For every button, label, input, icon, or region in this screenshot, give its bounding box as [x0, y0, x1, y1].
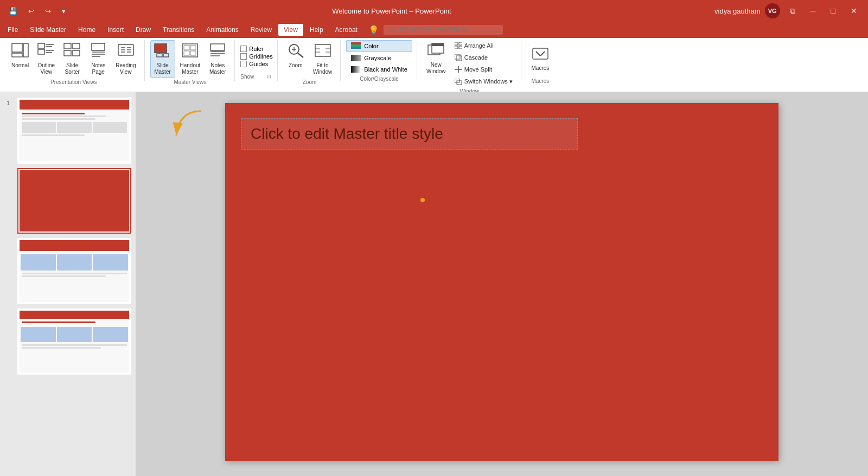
cascade-label: Cascade [464, 54, 488, 61]
zoom-label-group: Zoom [283, 79, 336, 87]
black-and-white-label: Black and White [364, 66, 407, 73]
svg-rect-50 [432, 43, 444, 46]
macros-button[interactable]: Macros [527, 40, 554, 77]
minimize-button[interactable]: ─ [805, 4, 821, 17]
svg-rect-33 [184, 51, 189, 55]
color-icon [351, 42, 361, 50]
menu-view[interactable]: View [278, 24, 303, 36]
presentation-views-label: Presentation Views [8, 79, 140, 87]
slide-thumb-container-2 [17, 168, 131, 234]
switch-windows-button[interactable]: Switch Windows ▾ [451, 76, 516, 87]
slide-thumb-container-3 [17, 238, 131, 304]
macros-label: Macros [532, 65, 550, 72]
grayscale-button[interactable]: Grayscale [346, 53, 412, 63]
reading-view-icon [117, 43, 135, 61]
color-button[interactable]: Color [346, 40, 412, 52]
menu-transitions[interactable]: Transitions [157, 24, 200, 36]
svg-rect-55 [455, 54, 460, 59]
tell-me-input[interactable] [384, 25, 503, 35]
avatar[interactable]: VG [765, 3, 780, 18]
arrow-annotation [168, 106, 212, 151]
undo-button[interactable]: ↩ [25, 6, 37, 16]
restore-button[interactable]: ⧉ [784, 4, 801, 18]
cascade-button[interactable]: Cascade [451, 52, 516, 63]
titlebar-left: 💾 ↩ ↪ ▾ [5, 6, 69, 16]
slide-thumb-container-1: 1 [17, 98, 131, 164]
zoom-icon [287, 43, 304, 61]
outline-view-button[interactable]: OutlineView [34, 40, 59, 78]
customize-qat-button[interactable]: ▾ [59, 6, 69, 16]
ruler-checkbox[interactable]: Ruler [240, 46, 272, 52]
notes-master-label: NotesMaster [209, 62, 226, 75]
zoom-group: Zoom Fit toWindow Zoom [279, 40, 341, 81]
svg-rect-0 [12, 43, 22, 52]
menu-review[interactable]: Review [245, 24, 277, 36]
reading-view-button[interactable]: ReadingView [112, 40, 139, 78]
show-group: Ruler Gridlines Guides Show ⊡ [236, 40, 277, 81]
save-button[interactable]: 💾 [5, 6, 21, 16]
menu-home[interactable]: Home [73, 24, 101, 36]
normal-view-icon [11, 43, 29, 61]
show-text: Show [240, 74, 254, 80]
guides-label: Guides [249, 61, 268, 67]
macros-group-label: Macros [527, 78, 554, 86]
guides-checkbox[interactable]: Guides [240, 61, 272, 67]
slide-sorter-button[interactable]: SlideSorter [60, 40, 85, 78]
svg-rect-10 [73, 43, 80, 49]
normal-view-label: Normal [11, 62, 29, 69]
menu-file[interactable]: File [2, 24, 23, 36]
notes-master-button[interactable]: NotesMaster [205, 40, 230, 78]
grayscale-icon [351, 55, 361, 61]
zoom-label: Zoom [289, 62, 303, 69]
gridlines-chk-box[interactable] [240, 53, 247, 60]
black-and-white-button[interactable]: Black and White [346, 64, 412, 75]
slide-canvas[interactable]: Click to edit Master title style [225, 103, 778, 461]
menu-acrobat[interactable]: Acrobat [330, 24, 363, 36]
new-window-icon [427, 43, 445, 61]
menu-slide-master[interactable]: Slide Master [24, 24, 72, 36]
zoom-button[interactable]: Zoom [283, 40, 308, 72]
fit-to-window-button[interactable]: Fit toWindow [309, 40, 336, 78]
svg-rect-43 [315, 44, 330, 56]
slide-thumb-4[interactable] [17, 308, 131, 375]
menu-insert[interactable]: Insert [102, 24, 129, 36]
fit-to-window-label: Fit toWindow [313, 62, 333, 75]
slide-sorter-label: SlideSorter [65, 62, 80, 75]
new-window-button[interactable]: NewWindow [423, 40, 450, 77]
notes-page-button[interactable]: NotesPage [86, 40, 111, 78]
maximize-button[interactable]: □ [826, 4, 841, 17]
slide-thumb-3[interactable] [17, 238, 131, 304]
master-title-box[interactable]: Click to edit Master title style [241, 118, 578, 150]
normal-view-button[interactable]: Normal [8, 40, 33, 72]
svg-line-62 [536, 52, 540, 56]
svg-rect-6 [38, 49, 44, 54]
slide-thumb-2[interactable] [17, 168, 131, 234]
window-group: NewWindow Arrange All [418, 40, 521, 81]
arrange-all-button[interactable]: Arrange All [451, 40, 516, 51]
slide-thumb-1[interactable] [17, 98, 131, 164]
close-button[interactable]: ✕ [845, 4, 863, 17]
slide-thumb-container-4 [17, 308, 131, 375]
slide-master-button[interactable]: SlideMaster [150, 40, 175, 78]
new-window-label: NewWindow [426, 62, 446, 75]
presentation-views-group: Normal OutlineView [3, 40, 145, 81]
bw-icon [351, 66, 361, 73]
menu-help[interactable]: Help [304, 24, 329, 36]
show-expand-icon[interactable]: ⊡ [265, 73, 273, 80]
arrange-all-icon [455, 42, 462, 49]
svg-rect-11 [64, 50, 71, 56]
titlebar-title: Welcome to PowerPoint – PowerPoint [332, 7, 451, 15]
gridlines-checkbox[interactable]: Gridlines [240, 53, 272, 60]
canvas-area: Click to edit Master title style [136, 92, 868, 476]
guides-chk-box[interactable] [240, 61, 247, 67]
menu-draw[interactable]: Draw [130, 24, 156, 36]
move-split-button[interactable]: Move Split [451, 64, 516, 75]
ruler-chk-box[interactable] [240, 46, 247, 52]
redo-button[interactable]: ↪ [42, 6, 54, 16]
svg-rect-1 [12, 53, 22, 57]
handout-master-button[interactable]: HandoutMaster [176, 40, 205, 78]
menu-animations[interactable]: Animations [201, 24, 244, 36]
svg-rect-34 [190, 51, 196, 55]
svg-rect-52 [459, 42, 462, 45]
slide-master-icon [154, 43, 171, 61]
